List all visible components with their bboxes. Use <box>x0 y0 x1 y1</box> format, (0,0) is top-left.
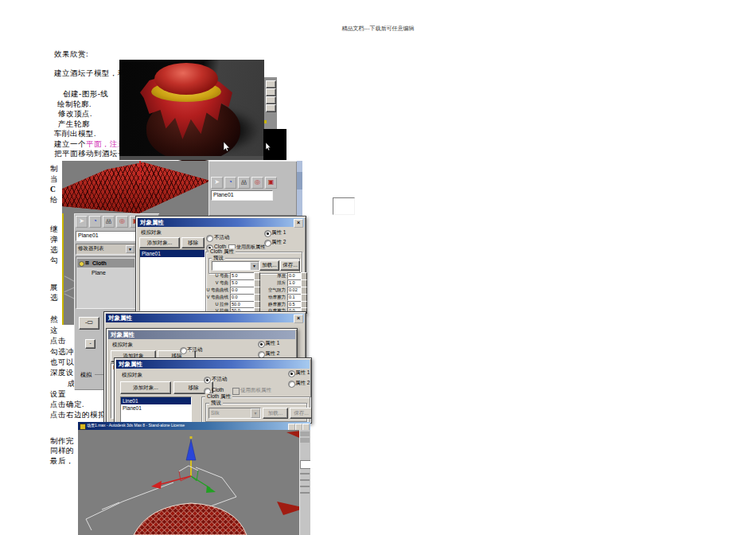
add-object-button[interactable]: 添加对象... <box>139 237 180 248</box>
expand-icon[interactable]: ⊞ <box>85 259 89 268</box>
dialog-titlebar[interactable]: 对象属性 <box>138 218 304 227</box>
property1-radio[interactable] <box>258 341 265 348</box>
inactive-radio[interactable] <box>206 235 213 242</box>
tab-modify-icon[interactable]: ◔ <box>224 177 236 189</box>
lightbulb-icon[interactable] <box>79 261 84 267</box>
property1-radio[interactable] <box>288 370 295 377</box>
sim-objects-list: Line01 Plane01 <box>120 396 192 423</box>
property2-label: 属性 2 <box>271 239 286 246</box>
list-item[interactable]: Plane01 <box>121 404 191 412</box>
doc-line-build: 建立酒坛子模型，利 <box>54 69 126 77</box>
panel-tab-icons: ➤ ◔ 品 ◎ ▣ <box>211 177 277 189</box>
document-page: 精品文档---下载后可任意编辑 效果欣赏: 建立酒坛子模型，利 创建-图形-线 … <box>0 0 756 535</box>
doc-frag: 然 <box>50 315 58 323</box>
max-window-screenshot: 场景1.max - Autodesk 3ds Max 8 - Stand-alo… <box>78 422 310 535</box>
simulate-group-label: 模拟 <box>80 371 92 379</box>
inactive-radio[interactable] <box>204 377 211 384</box>
param-value[interactable]: 0.0 <box>230 294 255 301</box>
property2-label: 属性 2 <box>265 350 279 357</box>
stack-cloth-label: Cloth <box>92 259 107 268</box>
chevron-down-icon[interactable]: ▼ <box>126 245 134 253</box>
tab-motion-icon[interactable]: ◎ <box>116 216 128 228</box>
panel-scrollbar[interactable] <box>297 161 302 216</box>
window-title: 场景1.max - Autodesk 3ds Max 8 - Stand-alo… <box>87 423 185 428</box>
save-button[interactable]: 保存... <box>280 260 300 271</box>
param-label: U 弯曲 <box>176 273 228 279</box>
doc-step-5: 车削出模型. <box>54 130 96 138</box>
modifier-list-dropdown[interactable]: 修改器列表 ▼ <box>76 244 136 255</box>
object-name-field[interactable]: Plane01 <box>76 231 136 241</box>
pin-stack-button[interactable]: -▭ <box>79 317 99 330</box>
list-item[interactable]: Plane01 <box>140 250 205 257</box>
strip-button[interactable] <box>266 80 276 88</box>
page-header-watermark: 精品文档---下载后可任意编辑 <box>0 26 756 33</box>
chevron-down-icon[interactable]: ▼ <box>251 408 260 418</box>
param-value[interactable]: 5.0 <box>230 272 255 279</box>
strip-button[interactable] <box>266 104 276 112</box>
tab-modify-icon[interactable]: ◔ <box>89 216 101 228</box>
cloth-dome-mesh <box>134 503 247 535</box>
inactive-radio[interactable] <box>180 347 187 354</box>
preset-dropdown[interactable]: ▼ <box>212 261 259 271</box>
tab-create-icon[interactable]: ➤ <box>211 177 223 189</box>
strip-button[interactable] <box>266 96 276 104</box>
strip-button[interactable] <box>266 88 276 96</box>
param-value[interactable]: 0.0 <box>230 287 255 294</box>
cursor-arrow-icon <box>265 142 272 151</box>
close-icon[interactable]: × <box>294 219 303 228</box>
doc-line-effect: 效果欣赏: <box>54 50 88 58</box>
close-icon[interactable]: × <box>294 314 303 323</box>
tab-hierarchy-icon[interactable]: 品 <box>103 216 115 228</box>
save-button[interactable]: 保存... <box>290 408 312 419</box>
tab-hierarchy-icon[interactable]: 品 <box>238 177 250 189</box>
param-value[interactable]: 5.0 <box>230 279 255 287</box>
modifier-stack: ⊞ Cloth Plane <box>76 256 136 309</box>
strip-widget[interactable] <box>300 438 310 443</box>
sim-objects-label: 模拟对象 <box>122 372 142 379</box>
preset-label: 预设 <box>209 400 223 406</box>
viewport-area <box>78 430 310 535</box>
viewport-render <box>78 430 310 535</box>
viewport-screenshot-plane: ➤ ◔ 品 ◎ ▣ Plane01 <box>62 161 302 216</box>
use-panel-label: 使用面板属性 <box>240 387 271 394</box>
load-button[interactable]: 加载... <box>263 408 288 419</box>
object-name-field[interactable]: Plane01 <box>211 190 273 201</box>
param-label: V 弯曲 <box>176 280 228 286</box>
rollout-minus-button[interactable]: - <box>85 339 95 349</box>
remove-button[interactable]: 移除 <box>181 237 205 248</box>
use-panel-checkbox[interactable] <box>232 388 240 395</box>
scrollbar-thumb[interactable] <box>297 172 302 189</box>
dialog-titlebar[interactable]: 对象属性 <box>106 314 304 322</box>
strip-line <box>300 486 310 487</box>
strip-field[interactable] <box>300 460 310 469</box>
doc-line-bottom-1: 制作完 <box>50 437 74 445</box>
window-titlebar[interactable]: 场景1.max - Autodesk 3ds Max 8 - Stand-alo… <box>78 422 310 430</box>
sim-objects-label: 模拟对象 <box>112 342 133 349</box>
plane-mesh <box>62 162 210 213</box>
tab-display-icon[interactable]: ▣ <box>265 177 277 189</box>
stack-row-plane[interactable]: Plane <box>92 268 106 277</box>
doc-frag: 勾 <box>50 256 58 264</box>
property2-radio[interactable] <box>264 240 271 247</box>
doc-frag: 当 <box>50 175 58 183</box>
property2-radio[interactable] <box>288 381 295 388</box>
doc-line-bottom-3: 最后， <box>50 457 74 465</box>
modifier-list-label: 修改器列表 <box>78 245 104 251</box>
chevron-down-icon[interactable]: ▼ <box>250 262 259 271</box>
tab-create-icon[interactable]: ➤ <box>76 216 88 228</box>
property1-radio[interactable] <box>264 230 271 237</box>
list-item[interactable]: Line01 <box>121 397 191 404</box>
doc-frag: 选 <box>50 294 58 302</box>
dialog-titlebar[interactable]: 对象属性 <box>108 330 295 339</box>
dialog-titlebar[interactable]: 对象属性 <box>116 360 310 369</box>
property1-label: 属性 1 <box>265 340 279 347</box>
inactive-label: 不活动 <box>187 346 203 353</box>
stack-row-cloth[interactable]: ⊞ Cloth <box>77 259 134 268</box>
tab-motion-icon[interactable]: ◎ <box>251 177 263 189</box>
param-label: 动摩擦力 <box>257 295 286 300</box>
load-button[interactable]: 加载... <box>259 260 279 271</box>
add-object-button[interactable]: 添加对象... <box>120 381 171 394</box>
preset-dropdown[interactable]: Silk ▼ <box>208 408 261 419</box>
strip-widget[interactable] <box>300 432 310 436</box>
jar-render-image <box>119 60 264 160</box>
